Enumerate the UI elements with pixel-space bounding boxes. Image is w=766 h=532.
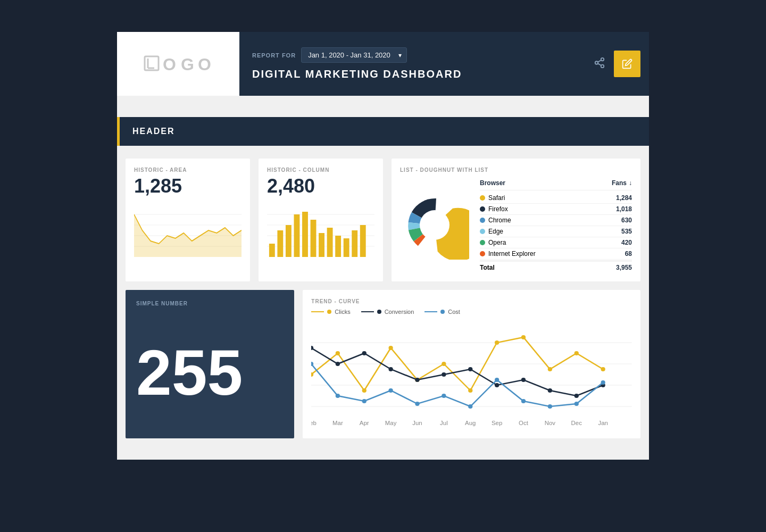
row-value: 1,018 (616, 205, 632, 213)
svg-text:Dec: Dec (571, 420, 582, 426)
historic-area-label: HISTORIC - AREA (134, 167, 242, 173)
row-left: Internet Explorer (480, 250, 536, 257)
share-icon (594, 57, 605, 69)
svg-rect-24 (311, 220, 317, 257)
svg-text:Feb: Feb (311, 420, 317, 426)
svg-point-44 (521, 335, 526, 339)
cost-dot (440, 310, 445, 314)
historic-area-value: 1,285 (134, 175, 242, 197)
svg-text:Jan: Jan (598, 420, 608, 426)
row-color-dot (480, 206, 485, 212)
row-left: Edge (480, 228, 503, 235)
row-left: Safari (480, 194, 505, 202)
trend-label: TREND - CURVE (311, 298, 632, 304)
historic-area-card: HISTORIC - AREA 1,285 (126, 159, 250, 281)
row-color-dot (480, 240, 485, 245)
conversion-line-sample (361, 311, 374, 312)
legend-cost: Cost (424, 309, 460, 315)
date-range-select[interactable]: Jan 1, 2020 - Jan 31, 2020 (301, 47, 407, 63)
svg-text:Nov: Nov (545, 420, 556, 426)
table-row: Edge 535 (480, 226, 632, 237)
svg-line-9 (598, 63, 601, 65)
svg-point-38 (362, 388, 367, 393)
svg-point-62 (362, 399, 367, 403)
svg-point-67 (495, 378, 499, 382)
simple-number-label: SIMPLE NUMBER (136, 301, 284, 306)
header-actions (581, 32, 649, 96)
svg-text:Oct: Oct (519, 420, 529, 426)
historic-column-label: HISTORIC - COLUMN (267, 167, 374, 173)
date-range-wrapper[interactable]: Jan 1, 2020 - Jan 31, 2020 (301, 47, 407, 63)
simple-number-value: 255 (136, 317, 284, 428)
svg-point-50 (362, 351, 367, 355)
logo: O G O (144, 52, 213, 76)
row-browser-name: Chrome (488, 217, 511, 224)
svg-point-56 (521, 378, 526, 382)
content-area: HEADER HISTORIC - AREA 1,285 (117, 96, 649, 460)
clicks-line-sample (311, 311, 324, 312)
dashboard-title: DIGITAL MARKETING DASHBOARD (252, 68, 568, 80)
pencil-icon (622, 59, 632, 69)
svg-rect-27 (335, 236, 341, 257)
svg-rect-29 (352, 230, 357, 257)
table-row: Safari 1,284 (480, 193, 632, 204)
svg-point-61 (336, 394, 340, 398)
svg-point-55 (495, 383, 499, 387)
trend-legend: Clicks Conversion Cost (311, 309, 632, 315)
clicks-dot (327, 310, 331, 314)
svg-point-47 (601, 367, 605, 371)
edit-button[interactable] (614, 51, 640, 77)
trend-card: TREND - CURVE Clicks Conversion (303, 290, 640, 438)
bar-chart (267, 204, 374, 257)
svg-point-63 (389, 388, 393, 393)
clicks-label: Clicks (335, 309, 350, 315)
svg-point-7 (595, 61, 598, 64)
svg-text:O: O (198, 55, 211, 74)
svg-rect-28 (344, 238, 349, 257)
svg-point-41 (442, 362, 446, 366)
row-left: Firefox (480, 205, 508, 213)
svg-text:Jul: Jul (440, 420, 448, 426)
historic-column-value: 2,480 (267, 175, 374, 197)
svg-text:Jun: Jun (413, 420, 422, 426)
svg-point-71 (601, 380, 605, 385)
trend-chart: Feb Mar Apr May Jun Jul Aug Sep Oct Nov … (311, 321, 632, 430)
section-title: HEADER (132, 127, 175, 136)
svg-text:G: G (181, 55, 194, 74)
svg-point-70 (574, 402, 579, 406)
simple-number-card: SIMPLE NUMBER 255 (126, 290, 294, 438)
svg-point-64 (415, 402, 420, 406)
historic-column-card: HISTORIC - COLUMN 2,480 (259, 159, 383, 281)
svg-rect-20 (277, 230, 283, 257)
total-value: 3,955 (616, 264, 632, 271)
svg-text:May: May (385, 420, 397, 426)
row-color-dot (480, 218, 485, 223)
row-color-dot (480, 229, 485, 234)
cost-line-sample (424, 311, 437, 312)
table-row: Chrome 630 (480, 215, 632, 226)
svg-point-31 (420, 210, 449, 240)
svg-point-45 (548, 367, 552, 371)
svg-rect-21 (286, 225, 292, 257)
charts-top-row: HISTORIC - AREA 1,285 (117, 159, 649, 281)
legend-clicks: Clicks (311, 309, 350, 315)
row-value: 535 (621, 228, 632, 235)
svg-point-69 (548, 404, 552, 409)
doughnut-total-row: Total 3,955 (480, 261, 632, 273)
svg-point-42 (468, 388, 472, 393)
svg-text:O: O (163, 55, 176, 74)
row-browser-name: Edge (488, 228, 503, 235)
area-chart (134, 204, 242, 257)
svg-point-37 (336, 351, 340, 355)
col-fans[interactable]: Fans ↓ (612, 179, 632, 187)
section-header: HEADER (117, 117, 649, 146)
table-row: Firefox 1,018 (480, 204, 632, 215)
svg-rect-23 (302, 212, 308, 257)
share-button[interactable] (589, 53, 610, 76)
svg-text:Mar: Mar (332, 420, 343, 426)
svg-point-46 (574, 351, 579, 355)
row-browser-name: Firefox (488, 205, 508, 213)
svg-point-66 (468, 404, 472, 409)
svg-text:Apr: Apr (360, 420, 369, 426)
svg-point-8 (601, 64, 604, 68)
